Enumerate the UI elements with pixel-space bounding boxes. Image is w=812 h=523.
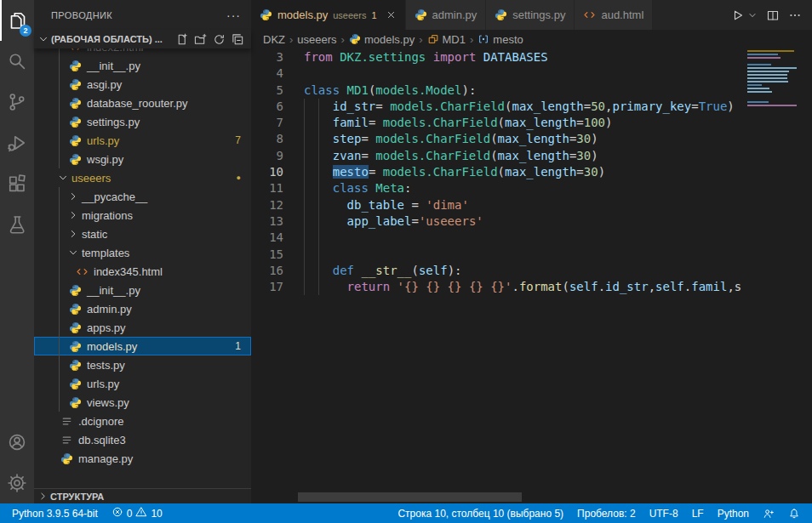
tree-item-db.sqlite3[interactable]: db.sqlite3 <box>34 430 251 449</box>
line-number: 3 <box>251 49 283 65</box>
tree-item-__init__.py[interactable]: __init__.py <box>34 56 251 75</box>
breadcrumb-label: DKZ <box>263 33 285 46</box>
breadcrumb-item-DKZ[interactable]: DKZ <box>263 33 285 46</box>
tab-admin.py[interactable]: admin.py <box>406 0 487 30</box>
tree-item-label: settings.py <box>87 116 140 128</box>
tree-folder-__pycache__[interactable]: __pycache__ <box>34 187 251 206</box>
tree-item-apps.py[interactable]: apps.py <box>34 318 251 337</box>
tree-item-asgi.py[interactable]: asgi.py <box>34 75 251 94</box>
tab-models.py[interactable]: models.pyuseeers1 <box>251 0 406 30</box>
python-file-icon <box>68 339 82 353</box>
indent-guide <box>304 263 305 279</box>
tree-item-urls.py[interactable]: urls.py <box>34 374 251 393</box>
tree-item-__init__.py[interactable]: __init__.py <box>34 281 251 299</box>
code-line-9[interactable]: 9 zvan= models.CharField(max_length=30) <box>251 148 812 164</box>
tree-folder-templates[interactable]: templates <box>34 243 251 262</box>
line-number: 7 <box>251 115 283 131</box>
indent-guide <box>304 279 305 295</box>
code-line-5[interactable]: 5class MD1(models.Model): <box>251 82 812 99</box>
tree-item-.dcignore[interactable]: .dcignore <box>34 412 251 430</box>
breadcrumb-item-models.py[interactable]: models.py <box>349 33 415 46</box>
cursor-position-status[interactable]: Строка 10, столбец 10 (выбрано 5) <box>392 503 569 523</box>
tree-item-index345.html[interactable]: index345.html <box>34 262 251 281</box>
new-file-button[interactable] <box>175 33 188 46</box>
tree-item-admin.py[interactable]: admin.py <box>34 299 251 318</box>
breadcrumb-item-useeers[interactable]: useeers <box>297 33 336 46</box>
code-line-12[interactable]: 12 db_table = 'dima' <box>251 197 812 213</box>
tab-aud.html[interactable]: aud.html <box>575 0 653 30</box>
html-file-icon <box>583 9 596 21</box>
tree-item-label: manage.py <box>78 452 133 465</box>
tree-item-index2.html[interactable]: index2.html <box>34 48 251 56</box>
code-line-7[interactable]: 7 famil= models.CharField(max_length=100… <box>251 115 812 131</box>
code-line-17[interactable]: 17 return '{} {} {} {} {}'.format(self.i… <box>251 279 812 295</box>
code-line-4[interactable]: 4 <box>251 65 812 82</box>
code-text: from DKZ.settings import DATABASES <box>304 49 548 65</box>
code-line-11[interactable]: 11 class Meta: <box>251 180 812 196</box>
breadcrumb-item-MD1[interactable]: MD1 <box>427 33 466 46</box>
minimap[interactable] <box>745 48 800 503</box>
tree-item-label: models.py <box>87 340 137 353</box>
tab-settings.py[interactable]: settings.py <box>486 0 575 30</box>
tree-folder-useeers[interactable]: useeers● <box>34 168 251 187</box>
new-folder-button[interactable] <box>194 33 207 46</box>
code-line-3[interactable]: 3from DKZ.settings import DATABASES <box>251 49 812 65</box>
code-line-6[interactable]: 6 id_str= models.CharField(max_length=50… <box>251 99 812 115</box>
chevron-right-icon <box>66 190 80 203</box>
code-line-8[interactable]: 8 step= models.CharField(max_length=30) <box>251 131 812 147</box>
code-text: id_str= models.CharField(max_length=50,p… <box>304 99 735 115</box>
eol-status[interactable]: LF <box>687 503 709 523</box>
horizontal-scrollbar[interactable] <box>298 492 522 502</box>
tree-item-tests.py[interactable]: tests.py <box>34 355 251 374</box>
line-number: 8 <box>251 131 283 147</box>
language-mode-status[interactable]: Python <box>712 503 754 523</box>
tree-folder-migrations[interactable]: migrations <box>34 206 251 225</box>
tree-item-manage.py[interactable]: manage.py <box>34 449 251 468</box>
more-actions-button[interactable] <box>788 9 802 22</box>
problems-status[interactable]: 0 10 <box>106 503 168 523</box>
python-interpreter-status[interactable]: Python 3.9.5 64-bit <box>7 503 103 523</box>
run-button[interactable] <box>730 9 744 22</box>
outline-section-header[interactable]: СТРУКТУРА <box>34 488 251 503</box>
code-text: zvan= models.CharField(max_length=30) <box>304 148 598 164</box>
tree-item-settings.py[interactable]: settings.py <box>34 112 251 131</box>
tree-folder-static[interactable]: static <box>34 225 251 243</box>
code-editor[interactable]: 3from DKZ.settings import DATABASES45cla… <box>251 48 812 503</box>
tree-item-views.py[interactable]: views.py <box>34 393 251 412</box>
split-editor-button[interactable] <box>766 9 780 22</box>
close-icon[interactable] <box>386 9 397 20</box>
activity-bar-testing[interactable] <box>0 204 34 245</box>
notifications-bell-icon[interactable] <box>783 503 805 523</box>
workspace-section-header[interactable]: (РАБОЧАЯ ОБЛАСТЬ) ... <box>34 30 251 48</box>
feedback-icon[interactable] <box>758 503 780 523</box>
tree-item-urls.py[interactable]: urls.py7 <box>34 131 251 150</box>
run-dropdown-button[interactable] <box>747 10 758 20</box>
tab-label: admin.py <box>432 9 477 21</box>
code-line-13[interactable]: 13 app_label='useeers' <box>251 213 812 230</box>
activity-bar-account[interactable] <box>0 422 34 463</box>
tree-item-label: index345.html <box>94 265 163 278</box>
line-number: 4 <box>251 65 283 82</box>
tree-item-models.py[interactable]: models.py1 <box>34 337 251 355</box>
collapse-folders-button[interactable] <box>232 33 244 46</box>
code-line-10[interactable]: 10 mesto= models.CharField(max_length=30… <box>251 164 812 180</box>
tree-item-wsgi.py[interactable]: wsgi.py <box>34 150 251 168</box>
refresh-explorer-button[interactable] <box>213 33 226 46</box>
activity-bar-explorer[interactable]: 2 <box>0 0 34 41</box>
line-number: 5 <box>251 82 283 99</box>
indentation-status[interactable]: Пробелов: 2 <box>572 503 641 523</box>
code-line-15[interactable]: 15 <box>251 247 812 263</box>
tree-item-database_roouter.py[interactable]: database_roouter.py <box>34 94 251 112</box>
encoding-status[interactable]: UTF-8 <box>644 503 683 523</box>
code-line-14[interactable]: 14 <box>251 230 812 246</box>
tree-item-label: admin.py <box>87 303 132 316</box>
explorer-more-actions-button[interactable]: ··· <box>226 9 241 22</box>
activity-bar-extensions[interactable] <box>0 163 34 204</box>
activity-bar-search[interactable] <box>0 41 34 82</box>
breadcrumb-item-mesto[interactable]: mesto <box>477 33 523 46</box>
activity-bar-source-control[interactable] <box>0 82 34 122</box>
activity-bar-settings[interactable] <box>0 463 34 503</box>
code-line-16[interactable]: 16 def __str__(self): <box>251 263 812 279</box>
tab-bar: models.pyuseeers1admin.pysettings.pyaud.… <box>251 0 812 30</box>
activity-bar-run-debug[interactable] <box>0 122 34 163</box>
